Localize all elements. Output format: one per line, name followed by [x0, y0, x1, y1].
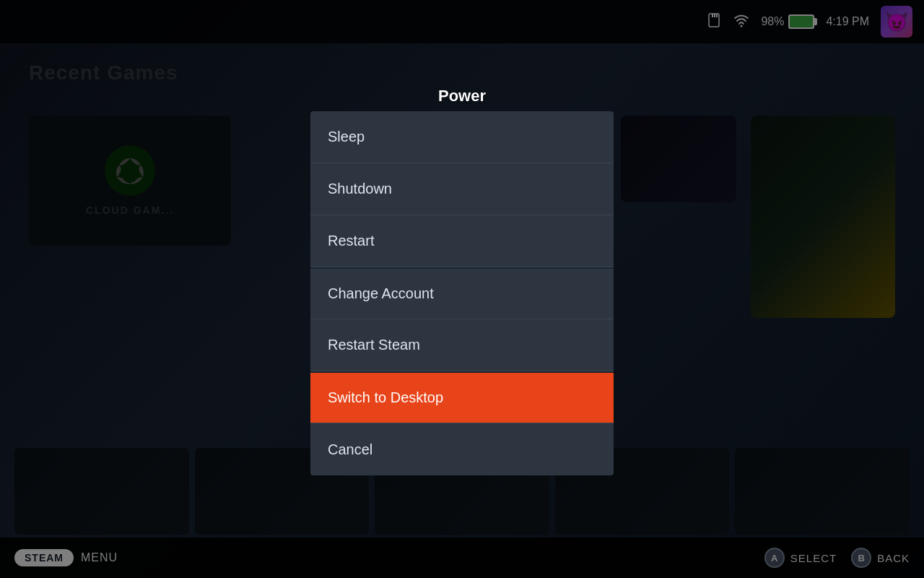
- menu-item-label-switch-to-desktop: Switch to Desktop: [328, 389, 443, 406]
- power-dialog-title: Power: [310, 87, 614, 105]
- menu-item-label-sleep: Sleep: [328, 129, 365, 145]
- modal-overlay: Power SleepShutdownRestartChange Account…: [0, 0, 924, 578]
- menu-item-label-cancel: Cancel: [328, 441, 372, 458]
- menu-item-label-shutdown: Shutdown: [328, 181, 392, 197]
- menu-item-switch-to-desktop[interactable]: Switch to Desktop: [310, 371, 614, 423]
- power-dialog: Power SleepShutdownRestartChange Account…: [310, 87, 614, 475]
- menu-item-restart-steam[interactable]: Restart Steam: [310, 319, 614, 371]
- menu-item-cancel[interactable]: Cancel: [310, 423, 614, 475]
- menu-item-label-restart-steam: Restart Steam: [328, 337, 420, 353]
- menu-item-shutdown[interactable]: Shutdown: [310, 163, 614, 215]
- menu-item-label-change-account: Change Account: [328, 285, 434, 302]
- power-menu: SleepShutdownRestartChange AccountRestar…: [310, 111, 614, 475]
- menu-item-restart[interactable]: Restart: [310, 215, 614, 267]
- menu-item-label-restart: Restart: [328, 233, 374, 249]
- menu-item-sleep[interactable]: Sleep: [310, 111, 614, 163]
- menu-item-change-account[interactable]: Change Account: [310, 267, 614, 319]
